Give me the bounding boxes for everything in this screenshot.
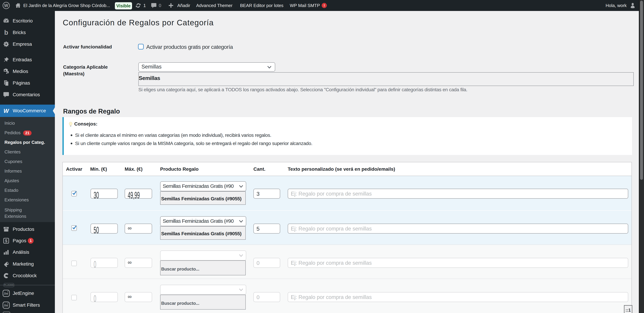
svg-text:W: W — [4, 3, 8, 8]
svg-text:W: W — [4, 108, 9, 114]
svg-text:Jet: Jet — [4, 292, 8, 296]
svg-text:Jet: Jet — [4, 303, 8, 307]
svg-text:$: $ — [5, 239, 7, 243]
